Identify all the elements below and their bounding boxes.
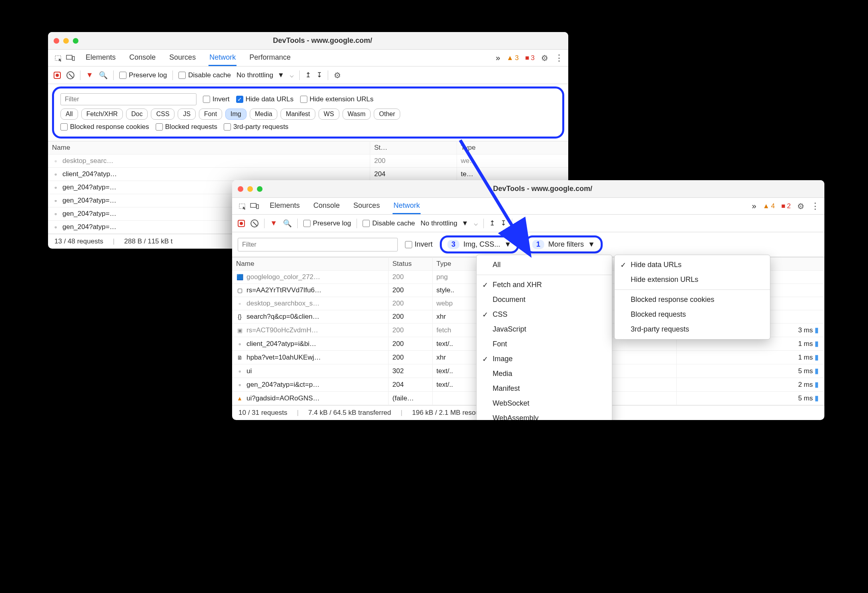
minimize-icon[interactable] [63,38,69,44]
clear-icon[interactable] [66,71,74,79]
filter-chip-other[interactable]: Other [374,109,400,120]
col-status[interactable]: St… [370,141,457,155]
col-type[interactable]: Type [432,257,476,271]
device-icon[interactable] [250,201,259,211]
errors-badge[interactable]: ■ 2 [781,202,791,210]
tab-console[interactable]: Console [313,198,341,214]
col-name[interactable]: Name [232,257,388,271]
filter-chip-js[interactable]: JS [178,109,196,120]
close-icon[interactable] [54,38,59,44]
record-icon[interactable] [54,72,61,79]
more-filter-option[interactable]: 3rd-party requests [615,322,770,337]
type-filter-option[interactable]: Image [477,352,612,366]
hide-data-urls-checkbox[interactable]: Hide data URLs [236,95,294,103]
preserve-log-checkbox[interactable]: Preserve log [303,219,351,227]
warnings-badge[interactable]: ▲ 3 [507,54,519,62]
blocked-cookies-checkbox[interactable]: Blocked response cookies [60,123,149,131]
zoom-icon[interactable] [257,186,263,192]
wifi-icon[interactable]: ⌵ [290,71,294,79]
more-filter-option[interactable]: Blocked response cookies [615,292,770,307]
errors-badge[interactable]: ■ 3 [525,54,535,62]
filter-input[interactable] [60,93,196,105]
download-har-icon[interactable]: ↧ [501,219,506,227]
filter-chip-ws[interactable]: WS [319,109,339,120]
third-party-checkbox[interactable]: 3rd-party requests [224,123,289,131]
network-settings-icon[interactable]: ⚙ [334,70,341,80]
type-filter-option[interactable]: WebAssembly [477,411,612,420]
hide-extension-urls-checkbox[interactable]: Hide extension URLs [300,95,374,103]
type-filter-option[interactable]: CSS [477,307,612,322]
warnings-badge[interactable]: ▲ 4 [763,202,775,210]
type-filter-option[interactable]: Document [477,292,612,307]
filter-chip-all[interactable]: All [60,109,78,120]
tabs-overflow[interactable]: » [496,53,500,62]
table-row[interactable]: ▫desktop_searc… 200 we… [48,155,568,168]
gear-icon[interactable]: ⚙ [541,53,548,63]
record-icon[interactable] [238,220,245,227]
clear-icon[interactable] [251,219,259,227]
gear-icon[interactable]: ⚙ [797,201,804,211]
search-icon[interactable]: 🔍 [283,219,292,228]
close-icon[interactable] [238,186,243,192]
zoom-icon[interactable] [73,38,78,44]
filter-icon[interactable]: ▼ [86,71,93,79]
device-icon[interactable] [66,53,75,63]
tab-performance[interactable]: Performance [249,50,291,66]
more-filters-dropdown[interactable]: 1 More filters ▼ [525,235,603,253]
filter-icon[interactable]: ▼ [270,219,277,227]
inspect-icon[interactable] [238,201,247,211]
minimize-icon[interactable] [247,186,253,192]
throttling-select[interactable]: No throttling ▼ [421,219,468,227]
tab-elements[interactable]: Elements [85,50,116,66]
filter-chip-img[interactable]: Img [225,109,247,120]
filter-chip-media[interactable]: Media [250,109,278,120]
request-type-dropdown[interactable]: 3 Img, CSS... ▼ [440,235,519,253]
filter-chip-doc[interactable]: Doc [126,109,148,120]
tab-console[interactable]: Console [128,50,156,66]
tab-network[interactable]: Network [208,50,237,66]
more-filter-option[interactable]: Blocked requests [615,307,770,322]
col-type[interactable]: Type [457,141,568,155]
titlebar[interactable]: DevTools - www.google.com/ [232,180,824,198]
kebab-icon[interactable]: ⋮ [555,53,563,63]
tab-network[interactable]: Network [393,198,421,214]
wifi-icon[interactable]: ⌵ [474,219,478,227]
filter-chip-font[interactable]: Font [199,109,222,120]
network-settings-icon[interactable]: ⚙ [518,219,525,228]
type-filter-option[interactable]: Media [477,366,612,381]
upload-har-icon[interactable]: ↥ [489,219,495,227]
blocked-requests-checkbox[interactable]: Blocked requests [156,123,217,131]
tab-sources[interactable]: Sources [168,50,196,66]
upload-har-icon[interactable]: ↥ [305,71,311,79]
type-filter-option[interactable]: JavaScript [477,322,612,337]
type-filter-menu[interactable]: AllFetch and XHRDocumentCSSJavaScriptFon… [476,255,612,420]
invert-checkbox[interactable]: Invert [203,95,230,103]
more-filter-option[interactable]: Hide data URLs [615,257,770,272]
table-row[interactable]: ▫client_204?atyp… 204 te… [48,168,568,181]
type-filter-option[interactable]: Fetch and XHR [477,277,612,292]
disable-cache-checkbox[interactable]: Disable cache [178,71,231,79]
more-filters-menu[interactable]: Hide data URLsHide extension URLsBlocked… [614,255,770,340]
kebab-icon[interactable]: ⋮ [811,201,819,211]
col-status[interactable]: Status [388,257,432,271]
type-filter-option[interactable]: Manifest [477,381,612,396]
download-har-icon[interactable]: ↧ [317,71,322,79]
filter-chip-manifest[interactable]: Manifest [281,109,315,120]
titlebar[interactable]: DevTools - www.google.com/ [48,32,568,50]
invert-checkbox[interactable]: Invert [405,240,433,249]
traffic-lights[interactable] [54,38,78,44]
inspect-icon[interactable] [54,53,63,63]
type-filter-option[interactable]: All [477,257,612,272]
disable-cache-checkbox[interactable]: Disable cache [363,219,415,227]
tab-elements[interactable]: Elements [269,198,301,214]
traffic-lights[interactable] [238,186,263,192]
filter-chip-css[interactable]: CSS [151,109,174,120]
filter-input[interactable] [238,238,398,251]
col-name[interactable]: Name [48,141,370,155]
more-filter-option[interactable]: Hide extension URLs [615,272,770,287]
filter-chip-wasm[interactable]: Wasm [343,109,371,120]
preserve-log-checkbox[interactable]: Preserve log [119,71,167,79]
tabs-overflow[interactable]: » [752,201,756,211]
tab-sources[interactable]: Sources [353,198,381,214]
filter-chip-fetch[interactable]: Fetch/XHR [81,109,123,120]
